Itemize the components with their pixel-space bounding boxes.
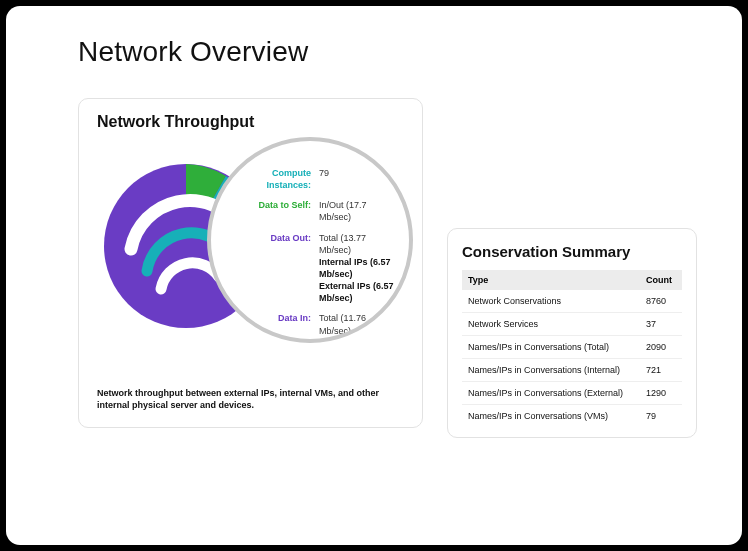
- metric-value: In/Out (17.7 Mb/sec): [319, 199, 395, 223]
- card-conservation-summary: Conservation Summary Type Count Network …: [447, 228, 697, 438]
- metric-value: 79: [319, 167, 329, 191]
- summary-table: Type Count Network Conservations8760 Net…: [462, 270, 682, 427]
- card-network-throughput: Network Throughput Compute Instances:: [78, 98, 423, 428]
- metric-data-out: Data Out: Total (13.77 Mb/sec) Internal …: [229, 232, 395, 305]
- metric-label: Data to Self:: [229, 199, 311, 223]
- table-row: Names/IPs in Conversations (VMs)79: [462, 405, 682, 428]
- throughput-caption: Network throughput between external IPs,…: [97, 387, 404, 411]
- col-count: Count: [640, 270, 682, 290]
- metric-label: Data Out:: [229, 232, 311, 305]
- table-row: Network Conservations8760: [462, 290, 682, 313]
- metric-data-self: Data to Self: In/Out (17.7 Mb/sec): [229, 199, 395, 223]
- table-row: Names/IPs in Conversations (External)129…: [462, 382, 682, 405]
- metric-compute: Compute Instances: 79: [229, 167, 395, 191]
- table-row: Network Services37: [462, 313, 682, 336]
- page-title: Network Overview: [78, 36, 702, 68]
- dashboard-page: Network Overview Network Throughput: [6, 6, 742, 545]
- metric-label: Compute Instances:: [229, 167, 311, 191]
- main-row: Network Throughput Compute Instances:: [78, 98, 702, 438]
- magnifier-detail-panel: Compute Instances: 79 Data to Self: In/O…: [207, 137, 413, 343]
- table-row: Names/IPs in Conversations (Total)2090: [462, 336, 682, 359]
- metric-value: Total (11.76 Mb/sec) Internal IPs (11.44…: [319, 312, 395, 343]
- table-row: Names/IPs in Conversations (Internal)721: [462, 359, 682, 382]
- metric-value: Total (13.77 Mb/sec) Internal IPs (6.57 …: [319, 232, 395, 305]
- summary-title: Conservation Summary: [462, 243, 682, 260]
- throughput-title: Network Throughput: [97, 113, 404, 131]
- throughput-chart-area: Compute Instances: 79 Data to Self: In/O…: [97, 143, 404, 373]
- col-type: Type: [462, 270, 640, 290]
